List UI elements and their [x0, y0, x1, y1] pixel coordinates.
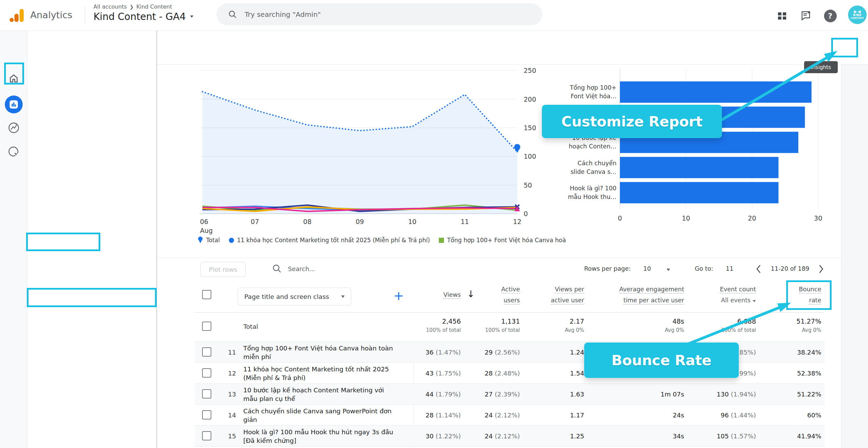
nav-rail [0, 31, 27, 448]
total-label: Total [243, 323, 258, 330]
scroll-gutter[interactable] [841, 65, 868, 448]
svg-text:200: 200 [524, 96, 536, 103]
svg-text:250: 250 [524, 67, 536, 74]
svg-text:20: 20 [748, 214, 756, 222]
table-row[interactable]: 12 11 khóa học Content Marketing tốt nhấ… [195, 363, 825, 384]
search-placeholder: Try searching "Admin" [245, 10, 321, 19]
bar-label [544, 107, 616, 128]
analytics-logo-icon[interactable] [8, 7, 25, 24]
pin-marker-icon [198, 236, 203, 244]
svg-text:30: 30 [814, 214, 822, 222]
svg-text:07: 07 [251, 218, 259, 225]
legend-item-series2: Tổng hợp 100+ Font Việt hóa Canva hoà [439, 237, 566, 244]
table-row[interactable]: 11 Tổng hợp 100+ Font Việt hóa Canva hoà… [195, 342, 825, 363]
row-checkbox[interactable] [202, 368, 211, 378]
row-checkbox[interactable] [202, 410, 211, 419]
chevron-down-icon [341, 295, 345, 298]
prev-page-icon[interactable] [756, 265, 761, 273]
table-controls [157, 258, 841, 281]
explore-icon[interactable] [7, 121, 21, 135]
total-checkbox[interactable] [202, 322, 211, 331]
breadcrumb-chevron-icon: ❯ [130, 4, 134, 10]
search-icon [228, 10, 237, 19]
next-page-icon[interactable] [819, 265, 824, 273]
row-checkbox[interactable] [202, 389, 211, 399]
svg-text:08: 08 [303, 218, 311, 225]
column-header-views-per-active-user[interactable]: Views peractive user [529, 284, 584, 306]
column-header-views[interactable]: Views [405, 289, 461, 300]
svg-text:0: 0 [618, 214, 622, 222]
report-toolbar [157, 31, 868, 65]
property-switcher[interactable]: Kind Content - GA4 [93, 11, 193, 22]
column-header-avg-engagement[interactable]: Average engagementtime per active user [605, 284, 684, 306]
dot-marker-icon [229, 238, 234, 243]
bowtie-icon [854, 10, 861, 14]
table-row[interactable]: 15 Hook là gì? 100 mẫu Hook thu hút ngay… [195, 426, 825, 447]
bar-label: Tổng hợp 100+Font Việt hóa… [544, 81, 616, 103]
legend-item-series1: 11 khóa học Content Marketing tốt nhất 2… [229, 237, 430, 244]
column-header-active-users[interactable]: Activeusers [464, 284, 520, 306]
svg-text:12: 12 [513, 218, 521, 225]
goto-label: Go to: [695, 265, 713, 272]
ga4-app: Analytics All accounts ❯ Kind Content Ki… [0, 0, 868, 448]
table-search-input[interactable]: Search... [288, 265, 315, 272]
app-title: Analytics [30, 10, 73, 20]
event-filter-select[interactable]: All events [721, 297, 756, 304]
legend-item-total: Total [198, 236, 220, 244]
row-checkbox[interactable] [202, 431, 211, 440]
report-nav [27, 31, 157, 448]
svg-text:11: 11 [460, 218, 469, 225]
total-trend-line-chart[interactable]: 05010015020025006070809101112Aug [199, 65, 543, 237]
app-header: Analytics All accounts ❯ Kind Content Ki… [0, 0, 868, 31]
table-search-icon[interactable] [272, 264, 282, 273]
chevron-down-icon [190, 15, 193, 18]
home-icon[interactable] [7, 71, 21, 85]
plot-rows-button[interactable]: Plot rows [200, 262, 246, 277]
diagnostics-grid-icon[interactable] [775, 9, 789, 23]
svg-text:100: 100 [524, 153, 536, 160]
avatar[interactable]: KIND CONTENT [848, 5, 867, 24]
bar-label: Hook là gì? 100mẫu Hook thu… [544, 182, 616, 203]
svg-text:10: 10 [408, 218, 416, 225]
global-search-input[interactable]: Try searching "Admin" [216, 3, 542, 25]
svg-text:0: 0 [524, 210, 528, 217]
svg-text:50: 50 [524, 181, 532, 189]
svg-text:Aug: Aug [200, 227, 213, 234]
select-all-checkbox[interactable] [202, 290, 211, 299]
rows-per-page-select[interactable]: 10 [643, 265, 651, 272]
table-header: Page title and screen class + Views ↓ Ac… [195, 281, 825, 313]
row-checkbox[interactable] [202, 347, 211, 357]
table-row[interactable]: 13 10 bước lập kế hoạch Content Marketin… [195, 384, 825, 405]
rows-per-page-label: Rows per page: [584, 265, 631, 272]
column-header-bounce-rate[interactable]: Bouncerate [773, 284, 821, 306]
chart-legend: Total 11 khóa học Content Marketing tốt … [198, 234, 615, 246]
feedback-icon[interactable] [799, 9, 813, 23]
chevron-down-icon[interactable] [667, 269, 670, 271]
svg-text:09: 09 [356, 218, 364, 225]
dimension-selector[interactable]: Page title and screen class [238, 288, 351, 305]
pagination-range: 11-20 of 189 [771, 265, 809, 272]
svg-text:150: 150 [524, 124, 536, 132]
breadcrumb[interactable]: All accounts ❯ Kind Content [93, 3, 172, 10]
add-column-button[interactable]: + [393, 289, 404, 303]
svg-text:10: 10 [682, 214, 690, 222]
bar-label: Cách chuyểnslide Canva s… [544, 157, 616, 178]
table-total-row: Total 2,456100% of total 1,131100% of to… [195, 313, 825, 342]
table-row[interactable]: 14 Cách chuyển slide Canva sang PowerPoi… [195, 405, 825, 426]
column-header-event-count[interactable]: Event count All events [691, 284, 756, 306]
bar-label: 10 bước lập kếhoạch Conten… [544, 132, 616, 153]
reports-icon[interactable] [5, 96, 23, 113]
goto-input[interactable]: 11 [726, 265, 733, 272]
advertising-icon[interactable] [7, 145, 21, 159]
header-divider [85, 6, 85, 25]
square-marker-icon [439, 238, 444, 243]
insights-tooltip: Insights [804, 61, 838, 73]
svg-text:06: 06 [200, 218, 208, 225]
help-icon[interactable]: ? [823, 9, 837, 23]
